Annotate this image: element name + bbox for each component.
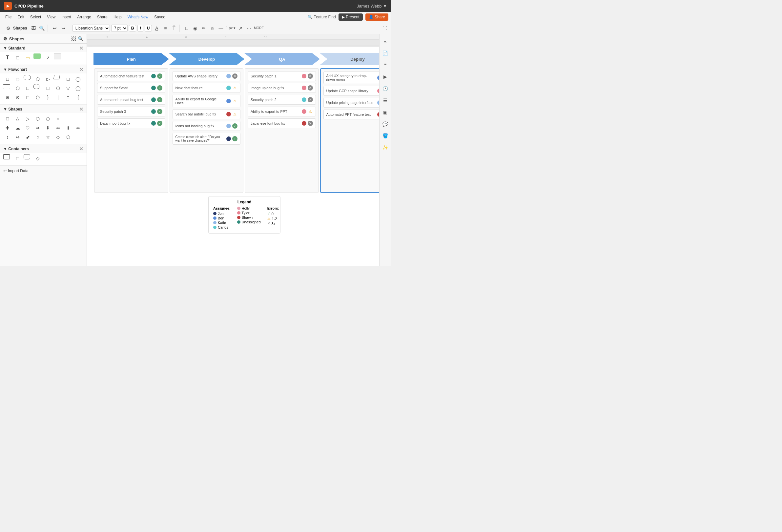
fc-brace-r[interactable]: } [44,93,52,102]
fc-cyl[interactable] [33,84,39,89]
task-item[interactable]: Icons not loading bug fix ✓ [173,121,241,131]
fc-bar[interactable]: | [54,93,62,102]
task-item[interactable]: New chat feature ⚠ [173,83,241,93]
shape-page[interactable]: ▭ [24,54,32,62]
category-flowchart-close[interactable]: ✕ [79,67,83,72]
category-containers-header[interactable]: ▼ Containers ✕ [0,144,86,153]
shape-blank[interactable] [64,54,72,62]
c-diamond[interactable]: ◇ [33,154,42,163]
fc-tri-inv[interactable]: ▽ [64,84,72,93]
fullscreen-icon[interactable]: ⛶ [381,25,388,32]
shape-rect2[interactable] [54,54,61,59]
right-panel-quote[interactable]: ❝ [381,60,390,70]
fc-hex[interactable]: ⬡ [33,75,42,83]
fc-eq[interactable]: = [64,93,72,102]
shape-rect-green[interactable] [33,54,41,59]
category-standard-header[interactable]: ▼ Standard ✕ [0,44,86,52]
s-star[interactable]: ☆ [44,133,52,141]
waypoint-icon[interactable]: ↗ [237,25,244,32]
category-shapes-header[interactable]: ▼ Shapes ✕ [0,105,86,113]
menu-select[interactable]: Select [28,13,44,21]
shape-rect[interactable]: □ [13,54,22,62]
right-panel-chat[interactable]: 💬 [381,119,390,129]
category-shapes-close[interactable]: ✕ [79,107,83,112]
image-icon[interactable]: 🖼 [30,25,37,32]
border-icon[interactable]: □ [183,25,190,32]
s-blank[interactable] [64,114,72,123]
underline-button[interactable]: U [145,25,152,32]
task-item[interactable]: Search bar autofill bug fix ⚠ [173,109,241,119]
search-icon[interactable]: 🔍 [38,25,46,32]
shape-arrow[interactable]: ↗ [44,54,52,62]
redo-icon[interactable]: ↪ [60,25,67,32]
s-heart[interactable]: ♡ [24,123,32,132]
import-data-button[interactable]: ↩ Import Data [0,166,86,176]
task-item[interactable]: Update pricing page interface ⚠ [323,98,380,108]
s-plus[interactable]: ✚ [3,123,12,132]
task-item[interactable]: Security patch 1 ✕ [248,71,316,81]
s-ud-arrow[interactable]: ↕ [3,133,12,141]
shape-blank2[interactable] [74,54,82,62]
menu-edit[interactable]: Edit [15,13,27,21]
task-item[interactable]: Automated PPT feature test ✕ [323,110,380,119]
fc-brace-l[interactable]: { [74,93,82,102]
s-pent[interactable]: ⬡ [64,133,72,141]
s-uarrow[interactable]: ⬆ [64,123,72,132]
s-larrow[interactable]: ⇐ [54,123,62,132]
fc-rect6[interactable]: □ [24,93,32,102]
s-circle2[interactable]: ○ [33,133,42,141]
text-format-icon[interactable]: T̄ [170,25,177,32]
right-panel-notes[interactable]: 📄 [381,48,390,58]
fc-shield[interactable]: ⬠ [33,93,42,102]
s-circle[interactable]: ○ [54,114,62,123]
task-item[interactable]: Automated chat feature test ✓ [97,71,165,81]
undo-icon[interactable]: ↩ [51,25,59,32]
present-button[interactable]: ▶ Present [339,13,363,21]
category-containers-close[interactable]: ✕ [79,146,83,151]
menu-file[interactable]: File [3,13,14,21]
task-item[interactable]: Create close tab alert: "Do you want to … [173,133,241,145]
fc-circle[interactable]: ◯ [74,75,82,83]
right-panel-collapse[interactable]: « [381,37,390,46]
task-item[interactable]: Update AWS shape library ✕ [173,71,241,81]
task-item[interactable]: Update GCP shape library ⚠ [323,86,380,96]
menu-share[interactable]: Share [95,13,110,21]
s-lr-arrow[interactable]: ⇔ [74,123,82,132]
shape-text[interactable]: T [3,54,12,62]
menu-insert[interactable]: Insert [59,13,74,21]
menu-view[interactable]: View [44,13,58,21]
category-flowchart-header[interactable]: ▼ Flowchart ✕ [0,65,86,73]
fc-diamond[interactable]: ◇ [13,75,22,83]
share-button[interactable]: 👤 Share [365,13,388,21]
bold-button[interactable]: B [129,25,137,32]
user-name[interactable]: James Webb ▼ [357,4,387,8]
task-item[interactable]: Add UX category to drop-down menu ✓ [323,71,380,84]
task-item[interactable]: Japanese font bug fix ✕ [248,118,316,128]
task-item[interactable]: Automated upload bug test ✓ [97,95,165,105]
task-item[interactable]: Data import bug fix ✓ [97,118,165,128]
connection-icon[interactable]: ⎋ [209,25,216,32]
sidebar-search-icon[interactable]: 🔍 [78,36,83,41]
right-panel-magic[interactable]: ✨ [381,143,390,152]
menu-arrange[interactable]: Arrange [74,13,94,21]
sidebar-image-icon[interactable]: 🖼 [71,36,76,41]
fc-circle2[interactable]: ◯ [74,84,82,93]
task-item[interactable]: Security patch 2 ✕ [248,95,316,105]
fc-rect3[interactable] [3,84,10,89]
fc-rect4[interactable]: □ [24,84,32,93]
align-icon[interactable]: ≡ [162,25,169,32]
s-vert-arrow[interactable]: ⬋ [24,133,32,141]
c-rounded[interactable] [24,154,30,159]
gear-icon[interactable]: ⚙ [5,25,12,32]
fc-oct[interactable]: ⬡ [13,84,22,93]
s-darrow[interactable]: ⬇ [44,123,52,132]
line-icon[interactable]: ✏ [200,25,207,32]
c-rect[interactable]: □ [13,154,22,163]
menu-help[interactable]: Help [111,13,124,21]
fc-plus[interactable]: ⊕ [3,93,12,102]
font-color-icon[interactable]: A̲ [153,25,161,32]
s-rtri[interactable]: ▷ [24,114,32,123]
fc-para[interactable] [54,75,60,79]
line-style-icon[interactable]: — [217,25,224,32]
s-tri[interactable]: △ [13,114,22,123]
